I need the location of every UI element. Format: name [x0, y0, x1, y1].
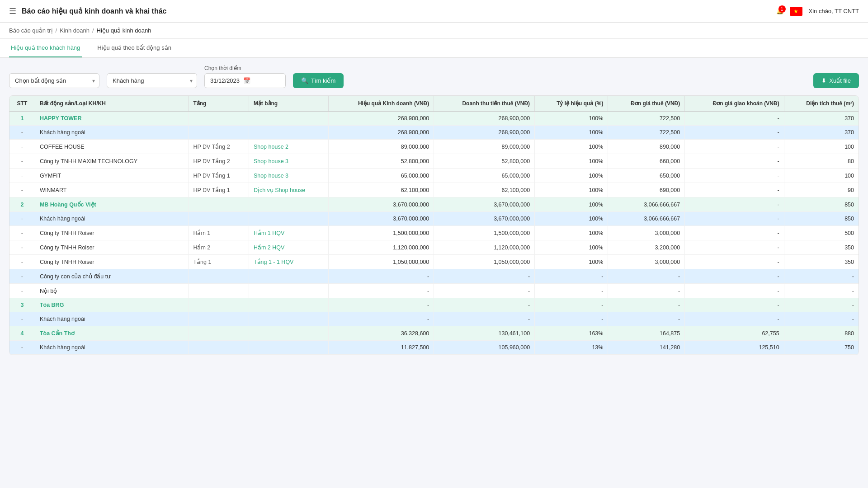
menu-icon[interactable]: ☰: [9, 6, 16, 16]
cell-dt2: -: [784, 284, 859, 298]
cell-tl: 100%: [535, 183, 608, 197]
cell-tl: 100%: [535, 154, 608, 169]
filter-row: Chọn bất động sản Khách hàng Chọn thời đ…: [9, 65, 859, 88]
search-button[interactable]: 🔍 Tìm kiếm: [293, 73, 344, 88]
cell-dggk: -: [685, 183, 784, 197]
cell-dt: -: [434, 312, 535, 326]
tab-khach-hang[interactable]: Hiệu quả theo khách hàng: [9, 39, 82, 57]
cell-dgt: 3,200,000: [608, 240, 685, 255]
cell-stt: -: [9, 284, 35, 298]
breadcrumb-kinh-doanh[interactable]: Kinh doanh: [60, 27, 90, 34]
cell-name: Khách hàng ngoài: [35, 212, 189, 226]
cell-tl: 100%: [535, 197, 608, 212]
col-dgt: Đơn giá thuê (VNĐ): [608, 96, 685, 112]
cell-dt: -: [434, 298, 535, 312]
cell-hq: 52,800,000: [329, 154, 434, 169]
cell-floor: HP DV Tầng 1: [189, 169, 249, 183]
cell-dggk: 125,510: [685, 341, 784, 355]
cell-dgt: 164,875: [608, 326, 685, 341]
cell-floor: HP DV Tầng 2: [189, 140, 249, 154]
cell-dt2: 90: [784, 183, 859, 197]
cell-name: Công ty TNHH Roiser: [35, 255, 189, 269]
cell-floor: [189, 197, 249, 212]
cell-mb: [249, 341, 329, 355]
breadcrumb-admin[interactable]: Báo cáo quản trị: [9, 27, 53, 34]
cell-hq: 36,328,600: [329, 326, 434, 341]
cell-dt: -: [434, 269, 535, 284]
cell-dt2: 80: [784, 154, 859, 169]
table-row: - Khách hàng ngoài 3,670,000,000 3,670,0…: [9, 212, 859, 226]
cell-tl: 100%: [535, 140, 608, 154]
cell-dgt: -: [608, 269, 685, 284]
bell-badge: 1: [778, 5, 786, 13]
cell-dgt: 3,066,666,667: [608, 212, 685, 226]
cell-dt: 1,500,000,000: [434, 226, 535, 240]
cell-floor: [189, 212, 249, 226]
property-select[interactable]: Chọn bất động sản: [9, 73, 99, 88]
cell-floor: [189, 326, 249, 341]
customer-select[interactable]: Khách hàng: [107, 73, 197, 88]
table-row: - Khách hàng ngoài 11,827,500 105,960,00…: [9, 341, 859, 355]
cell-dt2: -: [784, 298, 859, 312]
flag-star: ★: [793, 8, 798, 14]
cell-name: Khách hàng ngoài: [35, 126, 189, 140]
cell-name: Công ty TNHH Roiser: [35, 226, 189, 240]
cell-stt: -: [9, 140, 35, 154]
cell-stt: -: [9, 255, 35, 269]
cell-tl: 13%: [535, 341, 608, 355]
cell-floor: [189, 341, 249, 355]
cell-dggk: -: [685, 126, 784, 140]
header-title: Báo cáo hiệu quả kinh doanh và khai thác: [22, 7, 167, 15]
cell-dggk: -: [685, 240, 784, 255]
date-input[interactable]: 31/12/2023 📅: [204, 73, 286, 88]
cell-dt2: 500: [784, 226, 859, 240]
main-content: Chọn bất động sản Khách hàng Chọn thời đ…: [0, 58, 868, 362]
cell-hq: -: [329, 269, 434, 284]
cell-dggk: -: [685, 212, 784, 226]
cell-dt: 3,670,000,000: [434, 212, 535, 226]
table-row: - Công ty TNHH MAXIM TECHNOLOGY HP DV Tầ…: [9, 154, 859, 169]
cell-dgt: 722,500: [608, 112, 685, 126]
cell-dt2: 350: [784, 240, 859, 255]
cell-stt: 1: [9, 112, 35, 126]
customer-filter-group: Khách hàng: [107, 73, 197, 88]
cell-dgt: 660,000: [608, 154, 685, 169]
cell-name: Công ty con của chủ đầu tư: [35, 269, 189, 284]
cell-hq: 89,000,000: [329, 140, 434, 154]
cell-dt2: 750: [784, 341, 859, 355]
col-hq: Hiệu quả Kinh doanh (VNĐ): [329, 96, 434, 112]
cell-floor: HP DV Tầng 1: [189, 183, 249, 197]
cell-tl: -: [535, 298, 608, 312]
flag-vietnam: ★: [790, 7, 802, 16]
property-select-wrapper: Chọn bất động sản: [9, 73, 99, 88]
download-icon: ⬇: [821, 77, 826, 84]
cell-stt: 4: [9, 326, 35, 341]
cell-mb: Shop house 2: [249, 140, 329, 154]
cell-dggk: -: [685, 140, 784, 154]
breadcrumb-current: Hiệu quả kinh doanh: [97, 27, 151, 34]
table-row: - GYMFIT HP DV Tầng 1 Shop house 3 65,00…: [9, 169, 859, 183]
cell-stt: -: [9, 126, 35, 140]
cell-hq: 3,670,000,000: [329, 212, 434, 226]
data-table: STT Bất động sản/Loại KH/KH Tầng Mặt bằn…: [9, 96, 859, 355]
table-row: - Công ty TNHH Roiser Tầng 1 Tầng 1 - 1 …: [9, 255, 859, 269]
date-value: 31/12/2023: [210, 77, 240, 84]
cell-dt2: 850: [784, 212, 859, 226]
table-row: - Nội bộ - - - - - -: [9, 284, 859, 298]
cell-dgt: 890,000: [608, 140, 685, 154]
cell-floor: [189, 284, 249, 298]
tabs-bar: Hiệu quả theo khách hàng Hiệu quả theo b…: [0, 39, 868, 58]
cell-tl: 100%: [535, 126, 608, 140]
breadcrumb-sep1: /: [56, 27, 57, 34]
cell-name: Khách hàng ngoài: [35, 312, 189, 326]
export-button[interactable]: ⬇ Xuất file: [813, 73, 859, 88]
bell-icon[interactable]: 🔔 1: [776, 8, 783, 14]
cell-name: COFFEE HOUSE: [35, 140, 189, 154]
cell-mb: Shop house 3: [249, 169, 329, 183]
tab-bat-dong-san[interactable]: Hiệu quả theo bất động sản: [95, 39, 173, 57]
cell-dt: 105,960,000: [434, 341, 535, 355]
data-table-container: STT Bất động sản/Loại KH/KH Tầng Mặt bằn…: [9, 95, 859, 355]
cell-dt2: 370: [784, 126, 859, 140]
cell-floor: [189, 126, 249, 140]
cell-hq: 65,000,000: [329, 169, 434, 183]
